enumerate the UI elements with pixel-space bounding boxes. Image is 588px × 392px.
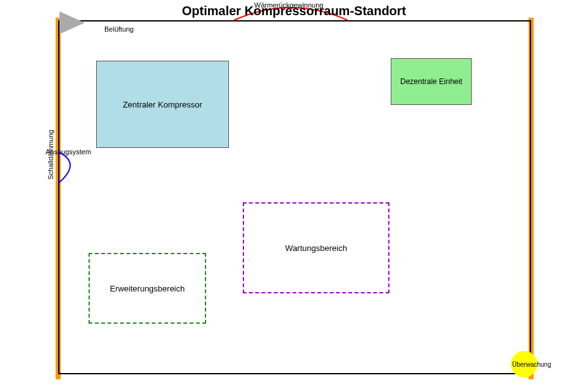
monitoring-label: Überwachung bbox=[512, 361, 551, 368]
ventilation-arrow-icon bbox=[59, 11, 85, 34]
extension-area-label: Erweiterungsbereich bbox=[110, 284, 185, 293]
diagram-title: Optimaler Kompressorraum-Standort bbox=[182, 4, 407, 18]
intake-system-label: Ansaugsystem bbox=[46, 148, 91, 156]
maintenance-area-box: Wartungsbereich bbox=[243, 202, 389, 293]
decentralized-unit-label: Dezentrale Einheit bbox=[400, 77, 462, 86]
decentralized-unit-box: Dezentrale Einheit bbox=[391, 58, 472, 105]
central-compressor-box: Zentraler Kompressor bbox=[96, 61, 229, 148]
maintenance-area-label: Wartungsbereich bbox=[285, 243, 347, 253]
central-compressor-label: Zentraler Kompressor bbox=[123, 100, 202, 109]
extension-area-box: Erweiterungsbereich bbox=[89, 253, 206, 324]
ventilation-label: Belüftung bbox=[104, 25, 133, 33]
